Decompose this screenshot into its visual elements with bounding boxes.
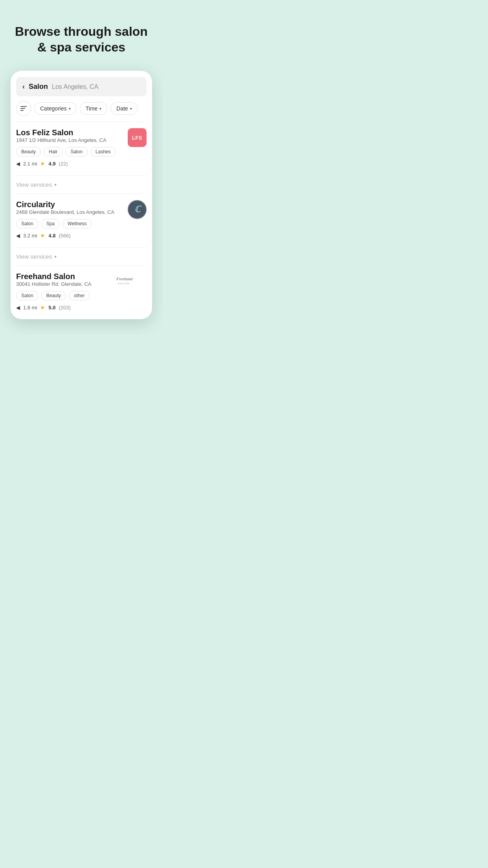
distance-circularity: 3.2 mi [23, 233, 37, 239]
salon-header-los-feliz: Los Feliz Salon 1947 1/2 Hillhurst Ave, … [16, 128, 147, 167]
filter-row: Categories ▾ Time ▾ Date ▾ [11, 101, 152, 121]
star-icon-freehand: ★ [40, 304, 45, 311]
tag-salon: Salon [65, 147, 88, 156]
rating-count-los-feliz: (22) [59, 161, 68, 167]
logo-los-feliz: LFS [128, 128, 147, 147]
salon-info-los-feliz: Los Feliz Salon 1947 1/2 Hillhurst Ave, … [16, 128, 116, 167]
distance-los-feliz: 2.1 mi [23, 161, 37, 167]
rating-los-feliz: ◀ 2.1 mi ★ 4.9 (22) [16, 160, 116, 167]
tags-los-feliz: Beauty Hair Salon Lashes [16, 147, 116, 156]
view-services-los-feliz[interactable]: View services ▾ [11, 176, 152, 193]
rating-circularity: ◀ 3.2 mi ★ 4.8 (566) [16, 232, 114, 239]
location-icon-circularity: ◀ [16, 233, 20, 239]
search-bar[interactable]: ‹ Salon Los Angeles, CA [16, 77, 147, 96]
tag-lashes: Lashes [90, 147, 116, 156]
salon-name-freehand: Freehand Salon [16, 272, 92, 281]
time-label: Time [86, 105, 98, 112]
location-icon-freehand: ◀ [16, 305, 20, 311]
date-chevron: ▾ [130, 107, 132, 111]
salon-card-freehand: Freehand Salon 30041 Hollister Rd. Glend… [11, 266, 152, 319]
tag-other: other [69, 291, 90, 300]
time-chevron: ▾ [99, 107, 101, 111]
rating-value-circularity: 4.8 [48, 233, 55, 239]
view-services-arrow-2: ▾ [54, 254, 57, 259]
salon-card-circularity: Circularity 2468 Glendale Boulevard, Los… [11, 194, 152, 247]
tag-hair: Hair [44, 147, 62, 156]
tag-beauty: Beauty [16, 147, 41, 156]
rating-value-freehand: 5.0 [48, 305, 55, 311]
tag-salon-c: Salon [16, 219, 39, 228]
hero-title: Browse through salon & spa services [12, 24, 151, 55]
back-button[interactable]: ‹ [22, 83, 25, 91]
logo-text-los-feliz: LFS [132, 135, 142, 141]
salon-card-los-feliz: Los Feliz Salon 1947 1/2 Hillhurst Ave, … [11, 122, 152, 175]
logo-freehand: Freehand SALON [115, 272, 147, 288]
hero-section: Browse through salon & spa services [0, 0, 163, 71]
svg-text:SALON: SALON [118, 282, 130, 285]
categories-label: Categories [40, 105, 67, 112]
date-label: Date [116, 105, 128, 112]
phone-frame: ‹ Salon Los Angeles, CA Categories ▾ Tim… [11, 71, 152, 319]
search-location: Los Angeles, CA [52, 83, 98, 90]
rating-freehand: ◀ 1.8 mi ★ 5.0 (203) [16, 304, 92, 311]
date-filter[interactable]: Date ▾ [110, 102, 138, 115]
rating-count-freehand: (203) [59, 305, 70, 311]
salon-header-freehand: Freehand Salon 30041 Hollister Rd. Glend… [16, 272, 147, 311]
salon-header-circularity: Circularity 2468 Glendale Boulevard, Los… [16, 200, 147, 239]
filter-lines-icon [20, 106, 27, 111]
salon-address-circularity: 2468 Glendale Boulevard, Los Angeles, CA [16, 209, 114, 215]
rating-count-circularity: (566) [59, 233, 70, 239]
view-services-circularity[interactable]: View services ▾ [11, 248, 152, 265]
tags-freehand: Salon Beauty other [16, 291, 92, 300]
star-icon-los-feliz: ★ [40, 160, 45, 167]
categories-chevron: ▾ [69, 107, 71, 111]
salon-info-freehand: Freehand Salon 30041 Hollister Rd. Glend… [16, 272, 92, 311]
salon-info-circularity: Circularity 2468 Glendale Boulevard, Los… [16, 200, 114, 239]
tag-salon-f: Salon [16, 291, 39, 300]
svg-text:Freehand: Freehand [116, 277, 133, 281]
distance-freehand: 1.8 mi [23, 305, 37, 311]
filter-icon-button[interactable] [16, 101, 31, 116]
rating-value-los-feliz: 4.9 [48, 161, 55, 167]
logo-circularity: ℂ [128, 200, 147, 219]
view-services-arrow-1: ▾ [54, 182, 57, 188]
logo-text-circularity: ℂ [134, 204, 140, 215]
search-category: Salon [29, 83, 48, 91]
freehand-logo-svg: Freehand SALON [115, 274, 147, 286]
view-services-text-2: View services [16, 253, 52, 260]
salon-name-los-feliz: Los Feliz Salon [16, 128, 116, 137]
tags-circularity: Salon Spa Wellness [16, 219, 114, 228]
categories-filter[interactable]: Categories ▾ [34, 102, 77, 115]
salon-address-freehand: 30041 Hollister Rd. Glendale, CA [16, 281, 92, 287]
tag-beauty-f: Beauty [41, 291, 66, 300]
location-icon-los-feliz: ◀ [16, 161, 20, 167]
view-services-text-1: View services [16, 181, 52, 188]
tag-spa: Spa [41, 219, 60, 228]
time-filter[interactable]: Time ▾ [80, 102, 108, 115]
salon-name-circularity: Circularity [16, 200, 114, 209]
star-icon-circularity: ★ [40, 232, 45, 239]
tag-wellness: Wellness [62, 219, 92, 228]
salon-address-los-feliz: 1947 1/2 Hillhurst Ave, Los Angeles, CA [16, 137, 116, 143]
